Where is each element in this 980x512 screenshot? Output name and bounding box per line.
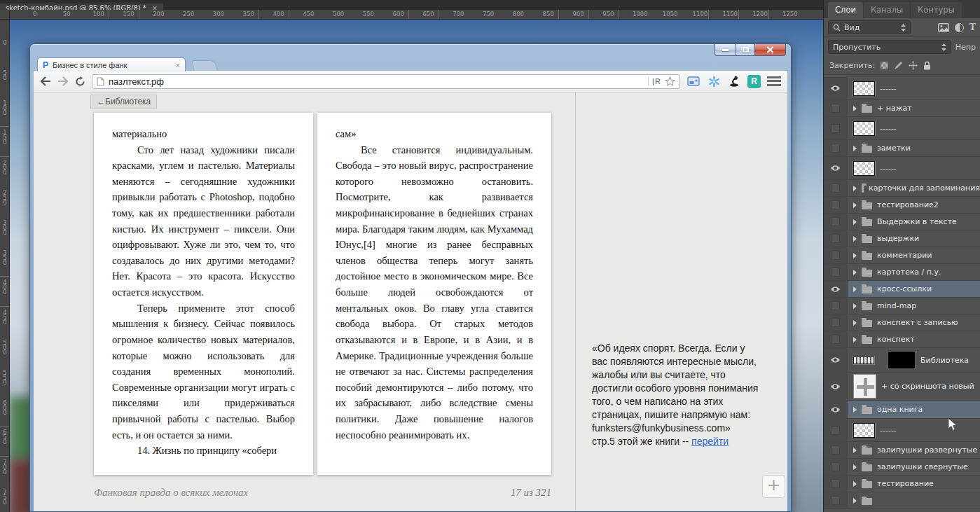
- lock-position-icon[interactable]: [909, 61, 918, 70]
- layer-row[interactable]: карточки для запоминания: [824, 180, 980, 197]
- forward-button[interactable]: [57, 76, 69, 86]
- layer-thumbnail[interactable]: [853, 161, 875, 176]
- visibility-toggle[interactable]: [824, 100, 848, 116]
- visibility-toggle[interactable]: [824, 264, 848, 280]
- layer-name[interactable]: картотека / п.у.: [877, 268, 941, 277]
- visibility-toggle[interactable]: [824, 117, 848, 139]
- blend-mode-dropdown[interactable]: Пропустить: [828, 40, 951, 54]
- layer-row[interactable]: ------: [824, 157, 980, 180]
- expand-triangle-icon[interactable]: [853, 337, 857, 343]
- visibility-toggle[interactable]: [824, 314, 848, 331]
- layer-name[interactable]: ------: [880, 84, 897, 93]
- layer-name[interactable]: конспект с записью: [877, 318, 958, 327]
- expand-triangle-icon[interactable]: [853, 303, 857, 309]
- visibility-toggle[interactable]: [824, 476, 848, 492]
- layer-thumbnail[interactable]: [853, 374, 876, 399]
- layer-name[interactable]: тестирование2: [877, 200, 939, 209]
- extension-flower-icon[interactable]: [707, 76, 721, 88]
- expand-triangle-icon[interactable]: [853, 186, 857, 191]
- layer-row[interactable]: тестирование2: [824, 197, 980, 214]
- address-bar[interactable]: пазлтекст.рф |R: [92, 74, 680, 89]
- add-note-button[interactable]: +: [762, 475, 785, 498]
- layer-row[interactable]: одна книга: [824, 401, 980, 419]
- visibility-toggle[interactable]: [824, 442, 848, 458]
- layer-name[interactable]: + со скриншота новый: [881, 382, 974, 391]
- visibility-toggle[interactable]: [824, 77, 848, 99]
- close-button[interactable]: [755, 44, 786, 56]
- layer-row[interactable]: заметки: [824, 140, 980, 157]
- layer-row[interactable]: + нажат: [824, 100, 980, 117]
- visibility-toggle[interactable]: [824, 230, 848, 247]
- layer-name[interactable]: комментарии: [877, 251, 932, 260]
- lock-transparency-icon[interactable]: [881, 62, 888, 69]
- expand-triangle-icon[interactable]: [853, 464, 857, 470]
- layer-name[interactable]: карточки для запоминания: [869, 184, 980, 193]
- tab-paths[interactable]: Контуры: [911, 2, 962, 18]
- expand-triangle-icon[interactable]: [853, 236, 857, 242]
- layer-row[interactable]: Библиотека: [824, 348, 980, 373]
- goto-page-link[interactable]: перейти: [691, 436, 729, 447]
- layer-name[interactable]: одна книга: [877, 405, 923, 414]
- layer-name[interactable]: mind-map: [877, 301, 916, 310]
- layer-name[interactable]: + нажат: [877, 104, 912, 113]
- expand-triangle-icon[interactable]: [853, 448, 857, 453]
- bookmark-star-icon[interactable]: [665, 76, 675, 86]
- layer-name[interactable]: ------: [880, 124, 897, 133]
- visibility-toggle[interactable]: [824, 459, 848, 475]
- lock-all-icon[interactable]: [923, 61, 931, 70]
- browser-menu-icon[interactable]: [767, 76, 781, 86]
- expand-triangle-icon[interactable]: [853, 219, 857, 225]
- library-back-button[interactable]: ←Библиотека: [90, 95, 157, 109]
- layer-thumbnail[interactable]: [853, 357, 874, 364]
- expand-triangle-icon[interactable]: [853, 146, 857, 151]
- layer-row[interactable]: Выдержки в тексте: [824, 214, 980, 230]
- tab-layers[interactable]: Слои: [828, 2, 863, 18]
- layer-name[interactable]: Выдержки в тексте: [877, 217, 957, 226]
- visibility-toggle[interactable]: [824, 281, 848, 297]
- browser-tab[interactable]: P Бизнес в стиле фанк ×: [37, 57, 186, 71]
- layer-row[interactable]: залипушки развернутые: [824, 442, 980, 459]
- layer-row[interactable]: mind-map: [824, 298, 980, 314]
- visibility-toggle[interactable]: [824, 180, 848, 196]
- filter-adjustment-layers-icon[interactable]: [955, 23, 964, 32]
- visibility-toggle[interactable]: [824, 247, 848, 263]
- back-button[interactable]: [40, 76, 51, 86]
- layer-row[interactable]: конспект с записью: [824, 314, 980, 331]
- layer-row[interactable]: [824, 492, 980, 509]
- layer-name[interactable]: ------: [880, 164, 897, 173]
- layer-thumbnail[interactable]: [853, 81, 875, 96]
- layer-name[interactable]: выдержки: [877, 234, 919, 243]
- layer-name[interactable]: залипушки свернутые: [877, 462, 968, 471]
- layer-mask-thumbnail[interactable]: [888, 351, 916, 369]
- expand-triangle-icon[interactable]: [853, 407, 857, 413]
- layer-name[interactable]: заметки: [877, 144, 911, 153]
- layer-name[interactable]: залипушки развернутые: [877, 445, 977, 455]
- visibility-toggle[interactable]: [824, 214, 848, 230]
- expand-triangle-icon[interactable]: [853, 270, 857, 275]
- layer-row[interactable]: конспект: [824, 331, 980, 348]
- extension-r-app-icon[interactable]: R: [747, 75, 761, 88]
- minimize-button[interactable]: [715, 44, 736, 56]
- visibility-toggle[interactable]: [824, 401, 848, 418]
- rds-rank-icon[interactable]: |R: [648, 77, 661, 85]
- layer-row[interactable]: кросс-ссылки: [824, 281, 980, 298]
- layer-row[interactable]: ------: [824, 77, 980, 100]
- visibility-toggle[interactable]: [824, 331, 848, 347]
- expand-triangle-icon[interactable]: [853, 481, 857, 487]
- extension-lamp-icon[interactable]: [727, 76, 741, 87]
- expand-triangle-icon[interactable]: [853, 202, 857, 208]
- new-tab-button[interactable]: [191, 60, 218, 71]
- visibility-toggle[interactable]: [824, 197, 848, 213]
- layer-thumbnail[interactable]: [853, 121, 875, 136]
- filter-pixel-layers-icon[interactable]: [938, 23, 949, 32]
- extension-screenshot-icon[interactable]: [686, 76, 701, 86]
- expand-triangle-icon[interactable]: [853, 320, 857, 326]
- expand-triangle-icon[interactable]: [853, 106, 857, 111]
- layer-row[interactable]: комментарии: [824, 247, 980, 264]
- layer-name[interactable]: конспект: [877, 335, 915, 344]
- layer-thumbnail[interactable]: [853, 423, 875, 438]
- visibility-toggle[interactable]: [824, 419, 848, 441]
- layer-name[interactable]: ------: [880, 426, 897, 435]
- expand-triangle-icon[interactable]: [853, 286, 857, 292]
- maximize-button[interactable]: [736, 44, 755, 56]
